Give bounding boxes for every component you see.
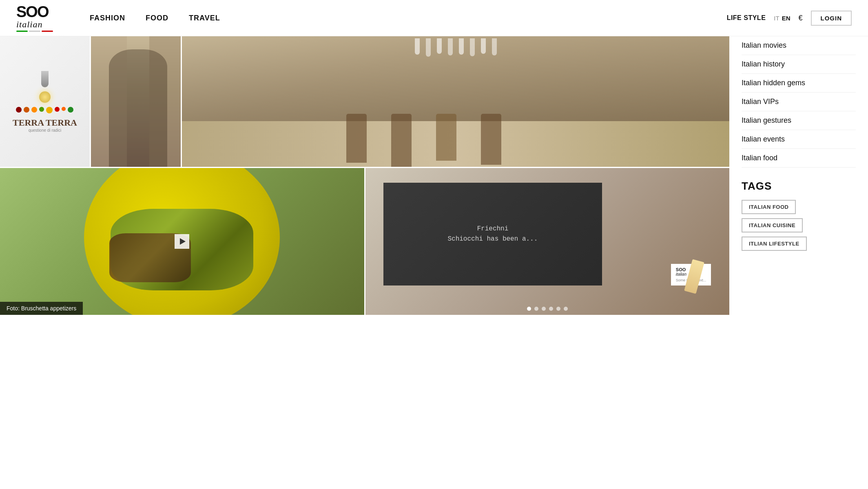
sidebar-link-vips[interactable]: Italian VIPs (742, 97, 779, 106)
carousel-dot-4[interactable] (549, 307, 553, 311)
sidebar-item-gestures[interactable]: Italian gestures (742, 111, 856, 130)
carousel-dot-1[interactable] (527, 307, 531, 311)
couple-image[interactable] (91, 36, 181, 167)
sidebar-item-food[interactable]: Italian food (742, 149, 856, 168)
sidebar-link-gestures[interactable]: Italian gestures (742, 116, 791, 124)
sidebar-link-food[interactable]: Italian food (742, 154, 777, 162)
tags-container: ITALIAN FOOD ITALIAN CUISINE ITLIAN LIFE… (742, 200, 856, 251)
sidebar-link-history[interactable]: Italian history (742, 60, 785, 68)
main-nav: FASHION FOOD TRAVEL (90, 14, 727, 22)
nav-fashion[interactable]: FASHION (90, 14, 125, 22)
logo-underline (16, 31, 53, 32)
nav-travel[interactable]: TRAVEL (189, 14, 220, 22)
tag-italian-food[interactable]: ITALIAN FOOD (742, 200, 796, 214)
main-content: TERRA TERRA questione di radici (0, 36, 729, 315)
lang-it[interactable]: IT (774, 15, 779, 22)
chalk-text: Friechni Schiocchi has been a... (443, 220, 542, 249)
site-header: SOO italian FASHION FOOD TRAVEL LIFE STY… (0, 0, 868, 36)
bar-image[interactable] (182, 36, 729, 167)
sidebar-link-events[interactable]: Italian events (742, 135, 785, 143)
sidebar-item-vips[interactable]: Italian VIPs (742, 93, 856, 111)
sidebar-item-movies[interactable]: Italian movies (742, 36, 856, 55)
sidebar: Italian movies Italian history Italian h… (729, 36, 868, 315)
sidebar-item-history[interactable]: Italian history (742, 55, 856, 74)
carousel-dot-5[interactable] (556, 307, 560, 311)
chalkboard: Friechni Schiocchi has been a... (383, 183, 602, 285)
tags-heading: TAGS (742, 180, 856, 193)
carousel-dots (527, 307, 568, 311)
food-image[interactable]: Foto: Bruschetta appetizers (0, 168, 364, 315)
carousel-dot-3[interactable] (542, 307, 546, 311)
sidebar-item-events[interactable]: Italian events (742, 130, 856, 149)
sidebar-links: Italian movies Italian history Italian h… (742, 36, 856, 168)
food-caption: Foto: Bruschetta appetizers (0, 302, 83, 315)
logo-soo: SOO (16, 4, 48, 20)
login-button[interactable]: LOGIN (811, 11, 852, 26)
sidebar-link-movies[interactable]: Italian movies (742, 41, 786, 49)
sidebar-item-hidden-gems[interactable]: Italian hidden gems (742, 74, 856, 93)
language-switcher: IT EN (774, 15, 790, 22)
chalkboard-image[interactable]: Friechni Schiocchi has been a... SOO ita… (365, 168, 730, 315)
currency-selector[interactable]: € (798, 14, 802, 22)
nav-food[interactable]: FOOD (146, 14, 168, 22)
sidebar-link-hidden-gems[interactable]: Italian hidden gems (742, 79, 805, 87)
video-play-button[interactable] (175, 234, 189, 249)
terra-title: TERRA TERRA (13, 117, 77, 128)
logo[interactable]: SOO italian (16, 4, 65, 32)
tags-section: TAGS ITALIAN FOOD ITALIAN CUISINE ITLIAN… (742, 180, 856, 251)
lifestyle-link[interactable]: LIFE STYLE (727, 14, 766, 22)
image-grid-bottom: Foto: Bruschetta appetizers Friechni Sch… (0, 168, 729, 315)
image-grid-top: TERRA TERRA questione di radici (0, 36, 729, 167)
page-body: TERRA TERRA questione di radici (0, 36, 868, 315)
carousel-dot-6[interactable] (564, 307, 568, 311)
tag-italian-cuisine[interactable]: ITALIAN CUISINE (742, 218, 803, 232)
logo-italic: italian (16, 20, 42, 29)
play-triangle-icon (180, 238, 186, 245)
tag-itlian-lifestyle[interactable]: ITLIAN LIFESTYLE (742, 237, 807, 251)
terra-sub: questione di radici (13, 128, 77, 133)
header-right: LIFE STYLE IT EN € LOGIN (727, 11, 852, 26)
lang-en[interactable]: EN (782, 15, 790, 22)
carousel-dot-2[interactable] (534, 307, 538, 311)
terra-terra-image[interactable]: TERRA TERRA questione di radici (0, 36, 90, 167)
